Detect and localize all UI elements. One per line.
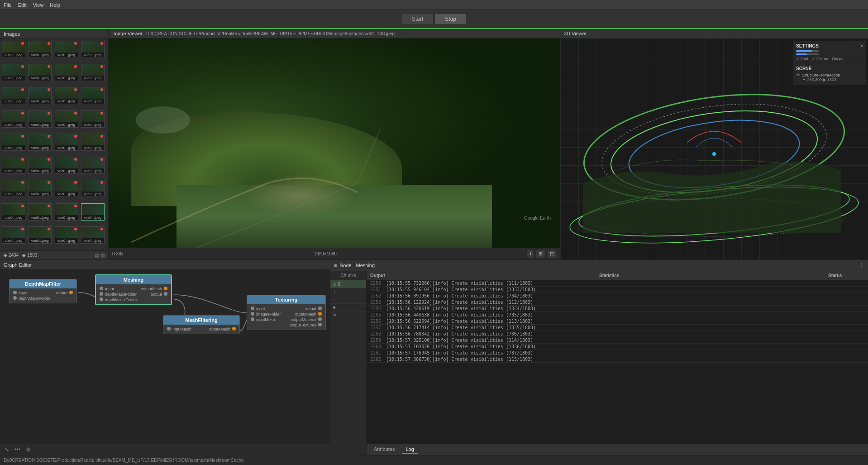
- viewer-grid-btn[interactable]: ⊞: [536, 250, 545, 258]
- node-info-menu-btn[interactable]: ⋮: [858, 262, 864, 269]
- log-text-12: [10:15:57.386730][info] Create visibilit…: [386, 357, 864, 362]
- graph-footer-icon-2[interactable]: •••: [14, 446, 21, 454]
- image-thumb-16[interactable]: vue0...jpeg: [2, 134, 25, 151]
- thumb-label-8: vue0...jpeg: [4, 99, 23, 104]
- origin-checkbox[interactable]: Origin: [832, 57, 843, 61]
- settings-slider-2[interactable]: [796, 53, 819, 55]
- image-thumb-11[interactable]: vue0...jpeg: [81, 87, 105, 104]
- thumb-label-11: vue0...jpeg: [83, 99, 102, 104]
- log-row-5: 2255[10:15:56.445638][info] Create visib…: [367, 312, 868, 318]
- image-thumb-2[interactable]: vue0...jpeg: [55, 41, 78, 58]
- image-thumb-23[interactable]: vue0...jpeg: [81, 157, 105, 174]
- log-row-10: 2260[10:15:57.103020][info] Create visib…: [367, 344, 868, 350]
- node-depthmap[interactable]: DepthMapFilter input output depthMapsFol…: [9, 279, 77, 303]
- image-thumb-9[interactable]: vue0...jpeg: [28, 87, 52, 104]
- image-thumb-14[interactable]: vue0...jpeg: [55, 110, 78, 128]
- menu-help[interactable]: Help: [50, 2, 60, 8]
- image-thumb-6[interactable]: vue0...jpeg: [55, 64, 78, 81]
- tab-attributes[interactable]: Attributes: [370, 446, 398, 454]
- image-thumb-0[interactable]: vue0...jpeg: [2, 41, 25, 58]
- viewer-3d-content[interactable]: SETTINGS ✓ Grid: [560, 38, 868, 259]
- eye-icon[interactable]: 👁: [796, 73, 800, 77]
- image-thumb-8[interactable]: vue0...jpeg: [2, 87, 25, 104]
- gizmo-checkbox[interactable]: ✓ Gizmo: [812, 57, 828, 61]
- image-thumb-18[interactable]: vue0...jpeg: [55, 134, 78, 151]
- status-dot-0: [21, 42, 24, 45]
- status-dot-18: [74, 135, 77, 138]
- image-viewer-content[interactable]: Google Earth: [109, 38, 560, 248]
- settings-slider-1[interactable]: [796, 50, 819, 52]
- image-thumb-35[interactable]: vue0...jpeg: [81, 226, 105, 244]
- image-thumb-19[interactable]: vue0...jpeg: [81, 134, 105, 151]
- chunk-icon-row-0[interactable]: T: [330, 288, 366, 296]
- image-thumb-27[interactable]: vue0...jpeg: [81, 180, 105, 197]
- start-button[interactable]: Start: [402, 14, 433, 24]
- graph-footer-icon-3[interactable]: ⚙: [25, 446, 32, 454]
- image-thumb-12[interactable]: vue0...jpeg: [2, 110, 25, 128]
- thumb-label-0: vue0...jpeg: [4, 53, 23, 58]
- node-texturing-row-input: input output: [249, 306, 324, 312]
- image-thumb-15[interactable]: vue0...jpeg: [81, 110, 105, 128]
- stop-button[interactable]: Stop: [435, 14, 466, 24]
- tab-log[interactable]: Log: [402, 446, 417, 454]
- image-thumb-31[interactable]: vue0...jpeg: [81, 203, 105, 221]
- toolbar: Start Stop: [0, 10, 868, 29]
- log-text-9: [10:15:57.025100][info] Create visibilit…: [386, 338, 864, 343]
- settings-close[interactable]: ✕: [860, 43, 863, 48]
- image-thumb-29[interactable]: vue0...jpeg: [28, 203, 52, 221]
- menu-file[interactable]: File: [4, 2, 12, 8]
- image-thumb-28[interactable]: vue0...jpeg: [2, 203, 25, 221]
- menu-view[interactable]: View: [33, 2, 44, 8]
- menu-edit[interactable]: Edit: [18, 2, 27, 8]
- image-thumb-13[interactable]: vue0...jpeg: [28, 110, 52, 128]
- node-meshing[interactable]: Meshing Input outputMesh depthMapsFolder…: [95, 274, 172, 305]
- graph-editor-content[interactable]: DepthMapFilter input output depthMapsFol…: [0, 270, 330, 444]
- image-thumb-22[interactable]: vue0...jpeg: [55, 157, 78, 174]
- image-thumb-5[interactable]: vue0...jpeg: [28, 64, 52, 81]
- log-num-9: 2259: [370, 338, 386, 343]
- log-text-8: [10:15:56.788342][info] Create visibilit…: [386, 331, 864, 336]
- log-row-4: 2254[10:15:56.420619][info] Create visib…: [367, 306, 868, 312]
- image-thumb-30[interactable]: vue0...jpeg: [55, 203, 78, 221]
- thumb-label-10: vue0...jpeg: [57, 99, 76, 104]
- image-thumb-1[interactable]: vue0...jpeg: [28, 41, 52, 58]
- thumb-label-2: vue0...jpeg: [57, 53, 76, 58]
- graph-editor-menu-icon[interactable]: ⋮: [321, 262, 326, 268]
- log-text-0: [10:15:55.732266][info] Create visibilit…: [386, 281, 864, 286]
- image-thumb-33[interactable]: vue0...jpeg: [28, 226, 52, 244]
- image-thumb-20[interactable]: vue0...jpeg: [2, 157, 25, 174]
- thumb-label-29: vue0...jpeg: [31, 215, 49, 220]
- images-footer-icon2: ▥: [100, 253, 105, 258]
- image-thumb-26[interactable]: vue0...jpeg: [55, 180, 78, 197]
- image-thumb-24[interactable]: vue0...jpeg: [2, 180, 25, 197]
- chunk-0[interactable]: C0: [330, 280, 366, 288]
- image-thumb-7[interactable]: vue0...jpeg: [81, 64, 105, 81]
- node-texturing[interactable]: Texturing input output imagesFolder outp…: [247, 295, 326, 330]
- chunk-icon-row-2[interactable]: ■: [330, 304, 366, 312]
- graph-footer-icon-1[interactable]: ⤡: [4, 446, 10, 454]
- log-row-6: 2256[10:15:56.522594][info] Create visib…: [367, 318, 868, 325]
- node-info-title: Node - Meshing: [339, 263, 375, 268]
- graph-editor-header: Graph Editor ⋮: [0, 260, 330, 270]
- viewer-3d-panel: 3D Viewer: [560, 29, 868, 259]
- image-thumb-3[interactable]: vue0...jpeg: [81, 41, 105, 58]
- image-thumb-4[interactable]: vue0...jpeg: [2, 64, 25, 81]
- viewer-fit-btn[interactable]: ⊡: [548, 250, 556, 258]
- log-num-12: 2262: [370, 357, 386, 362]
- chunk-icon-row-3[interactable]: ✎: [330, 312, 366, 319]
- images-menu-icon[interactable]: ⋮: [100, 31, 105, 37]
- image-thumb-32[interactable]: vue0...jpeg: [2, 226, 25, 244]
- image-thumb-10[interactable]: vue0...jpeg: [55, 87, 78, 104]
- node-texturing-row-tex: outputTextures: [249, 322, 324, 328]
- node-meshfiltering[interactable]: MeshFiltering InputMesh outputMesh: [163, 315, 240, 334]
- chunk-icon-row-1[interactable]: ↓: [330, 296, 366, 304]
- image-thumb-25[interactable]: vue0...jpeg: [28, 180, 52, 197]
- chunks-list: C0T↓■✎: [330, 280, 366, 455]
- viewer-info-btn[interactable]: ℹ: [527, 250, 534, 258]
- grid-checkbox[interactable]: ✓ Grid: [796, 57, 808, 61]
- log-content[interactable]: 2250[10:15:55.732266][info] Create visib…: [367, 280, 868, 444]
- settings-row-2: [796, 53, 863, 55]
- image-thumb-17[interactable]: vue0...jpeg: [28, 134, 52, 151]
- image-thumb-34[interactable]: vue0...jpeg: [55, 226, 78, 244]
- image-thumb-21[interactable]: vue0...jpeg: [28, 157, 52, 174]
